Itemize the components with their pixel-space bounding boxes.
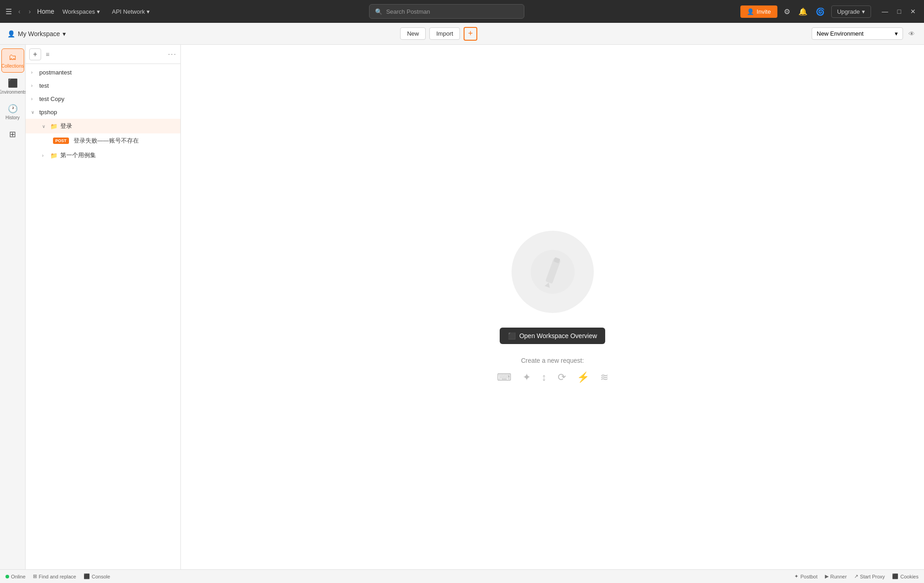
import-button[interactable]: Import	[429, 27, 460, 40]
postbot-icon: ✦	[794, 573, 798, 579]
search-placeholder: Search Postman	[386, 8, 430, 15]
open-workspace-button[interactable]: ⬛ Open Workspace Overview	[500, 328, 605, 344]
sidebar-item-history[interactable]: 🕐 History	[1, 100, 24, 124]
main-content: ⬛ Open Workspace Overview Create a new r…	[181, 45, 924, 569]
cookies-item[interactable]: ⬛ Cookies	[892, 573, 919, 579]
collection-test[interactable]: › test	[26, 79, 180, 92]
environments-label: Environments	[0, 90, 26, 95]
chevron-down-icon: ▾	[862, 8, 865, 15]
sse-icon[interactable]: ≋	[600, 371, 608, 383]
statusbar-right: ✦ Postbot ▶ Runner ↗ Start Proxy ⬛ Cooki…	[794, 573, 919, 579]
websocket-icon[interactable]: ⟳	[558, 371, 566, 383]
console-item[interactable]: ⬛ Console	[84, 573, 110, 579]
avatar-icon[interactable]: 🌀	[814, 5, 827, 18]
workspace-illustration	[512, 231, 594, 313]
postbot-item[interactable]: ✦ Postbot	[794, 573, 817, 579]
add-tab-button[interactable]: +	[464, 27, 477, 41]
grpc-icon[interactable]: ↕	[542, 371, 547, 383]
env-chevron-icon: ▾	[895, 30, 898, 37]
env-settings-icon[interactable]: 👁	[907, 28, 917, 39]
upgrade-button[interactable]: Upgrade ▾	[831, 5, 871, 18]
main-layout: 🗂 Collections ⬛ Environments 🕐 History ⊞…	[0, 45, 924, 569]
collections-icon: 🗂	[9, 53, 17, 62]
chevron-right-icon: ›	[31, 70, 37, 75]
workspace-chevron-icon: ▾	[63, 30, 66, 37]
forward-button[interactable]: ›	[27, 6, 33, 17]
search-bar[interactable]: 🔍 Search Postman	[369, 4, 524, 19]
titlebar-left: ☰ ‹ › Home Workspaces ▾ API Network ▾	[5, 6, 153, 17]
search-icon: 🔍	[375, 8, 382, 15]
console-icon: ⬛	[84, 573, 90, 579]
window-controls: — □ ✕	[879, 7, 919, 16]
folder-denglu[interactable]: ∨ 📁 登录	[26, 119, 180, 133]
create-request-label: Create a new request:	[521, 357, 584, 364]
chevron-right-icon: ›	[31, 96, 37, 101]
environments-icon: ⬛	[8, 78, 18, 88]
toolbar: 👤 My Workspace ▾ New Import + New Enviro…	[0, 23, 924, 45]
settings-icon[interactable]: ⚙	[782, 5, 792, 18]
new-button[interactable]: New	[400, 27, 426, 40]
cookies-label: Cookies	[900, 574, 919, 579]
apps-icon: ⊞	[9, 129, 16, 139]
start-proxy-item[interactable]: ↗ Start Proxy	[854, 573, 885, 579]
hamburger-icon[interactable]: ☰	[5, 7, 12, 16]
sidebar-more-button[interactable]: ···	[168, 50, 177, 58]
console-label: Console	[92, 574, 110, 579]
runner-label: Runner	[830, 574, 847, 579]
minimize-button[interactable]: —	[879, 7, 891, 16]
sidebar-add-button[interactable]: +	[29, 48, 41, 60]
postbot-label: Postbot	[800, 574, 817, 579]
find-replace-icon: ⊞	[33, 573, 37, 579]
graphql-icon[interactable]: ✦	[523, 371, 531, 383]
icon-bar: 🗂 Collections ⬛ Environments 🕐 History ⊞	[0, 45, 26, 569]
close-button[interactable]: ✕	[908, 7, 919, 16]
folder-first-collection[interactable]: › 📁 第一个用例集	[26, 148, 180, 163]
request-icons: ⌨ ✦ ↕ ⟳ ⚡ ≋	[497, 371, 608, 383]
history-label: History	[5, 115, 20, 120]
online-label: Online	[11, 574, 26, 579]
api-network-menu[interactable]: API Network ▾	[108, 6, 153, 17]
collection-postmantest[interactable]: › postmantest	[26, 66, 180, 79]
titlebar-right: 👤 Invite ⚙ 🔔 🌀 Upgrade ▾ — □ ✕	[740, 5, 919, 18]
cookies-icon: ⬛	[892, 573, 898, 579]
invite-icon: 👤	[747, 8, 754, 15]
workspaces-menu[interactable]: Workspaces ▾	[59, 6, 104, 17]
workspace-icon: 👤	[7, 30, 15, 37]
sidebar: + ≡ ··· › postmantest › test › test Copy	[26, 45, 181, 569]
back-button[interactable]: ‹	[16, 6, 22, 17]
sidebar-item-apps[interactable]: ⊞	[1, 126, 24, 144]
bell-icon[interactable]: 🔔	[797, 5, 809, 18]
sidebar-content: › postmantest › test › test Copy ∨ tpsho…	[26, 64, 180, 569]
workspace-label: 👤 My Workspace ▾	[7, 30, 66, 37]
start-proxy-label: Start Proxy	[860, 574, 885, 579]
sidebar-item-environments[interactable]: ⬛ Environments	[1, 74, 24, 98]
sidebar-item-collections[interactable]: 🗂 Collections	[1, 48, 24, 73]
env-name: New Environment	[817, 30, 864, 37]
online-dot	[5, 575, 9, 578]
http-request-icon[interactable]: ⌨	[497, 371, 512, 383]
collection-test-copy[interactable]: › test Copy	[26, 92, 180, 106]
find-replace-item[interactable]: ⊞ Find and replace	[33, 573, 76, 579]
collections-label: Collections	[1, 64, 24, 69]
folder-icon: 📁	[50, 152, 58, 159]
sidebar-filter-button[interactable]: ≡	[44, 49, 51, 60]
runner-icon: ▶	[825, 573, 829, 579]
online-status[interactable]: Online	[5, 574, 26, 579]
socketio-icon[interactable]: ⚡	[577, 371, 589, 383]
runner-item[interactable]: ▶ Runner	[825, 573, 847, 579]
chevron-down-icon: ∨	[31, 110, 37, 115]
find-replace-label: Find and replace	[39, 574, 76, 579]
collection-tpshop[interactable]: ∨ tpshop	[26, 106, 180, 119]
invite-button[interactable]: 👤 Invite	[740, 5, 777, 18]
home-label: Home	[37, 8, 54, 15]
proxy-icon: ↗	[854, 573, 858, 579]
request-denglu-failed[interactable]: POST 登录失败——账号不存在	[26, 133, 180, 148]
chevron-right-icon: ›	[31, 83, 37, 88]
chevron-right-icon: ›	[42, 153, 48, 158]
sidebar-header: + ≡ ···	[26, 45, 180, 64]
maximize-button[interactable]: □	[895, 7, 904, 16]
workspace-name: My Workspace	[18, 30, 60, 37]
titlebar-center: 🔍 Search Postman	[159, 4, 734, 19]
statusbar: Online ⊞ Find and replace ⬛ Console ✦ Po…	[0, 569, 924, 583]
environment-selector[interactable]: New Environment ▾	[812, 27, 903, 40]
